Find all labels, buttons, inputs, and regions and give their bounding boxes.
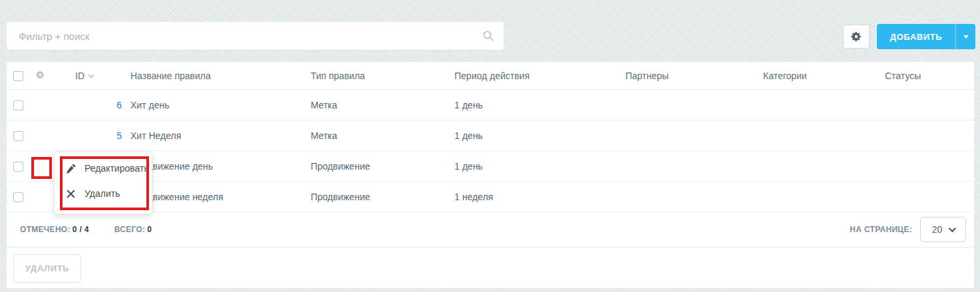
cell-period: 1 день: [446, 130, 617, 141]
column-header-type: Тип правила: [302, 71, 446, 81]
pencil-icon: [66, 164, 76, 174]
per-page-select[interactable]: 20: [920, 217, 966, 242]
delete-button[interactable]: УДАЛИТЬ: [13, 254, 81, 283]
row-context-menu: Редактировать Удалить: [54, 152, 152, 214]
add-button-label[interactable]: ДОБАВИТЬ: [877, 24, 955, 49]
row-id-link[interactable]: 5: [116, 130, 122, 141]
column-header-partners: Партнеры: [617, 71, 754, 81]
per-page-label: НА СТРАНИЦЕ:: [850, 225, 912, 234]
settings-gear-button[interactable]: [843, 25, 870, 49]
add-button[interactable]: ДОБАВИТЬ: [877, 24, 975, 49]
row-id-link[interactable]: 6: [116, 100, 122, 110]
selected-count: ОТМЕЧЕНО:0 / 4: [20, 225, 89, 234]
gear-icon: [850, 31, 862, 43]
filter-search: [7, 22, 504, 50]
cell-period: 1 день: [446, 161, 617, 172]
cell-period: 1 неделя: [446, 192, 617, 202]
column-header-period: Период действия: [446, 71, 617, 81]
header-gear[interactable]: [35, 70, 70, 82]
per-page-control: НА СТРАНИЦЕ: 20: [850, 212, 966, 247]
cell-type: Метка: [302, 100, 446, 110]
context-menu-edit-label: Редактировать: [84, 163, 149, 174]
cell-name: Хит Неделя: [122, 130, 302, 141]
table-row: 6 Хит день Метка 1 день: [7, 90, 974, 120]
column-header-id[interactable]: ID: [70, 71, 122, 81]
select-all-checkbox[interactable]: [13, 71, 23, 81]
add-button-dropdown[interactable]: [955, 24, 975, 49]
table-footer: ОТМЕЧЕНО:0 / 4 ВСЕГО:0 НА СТРАНИЦЕ: 20: [7, 212, 974, 247]
row-checkbox[interactable]: [13, 100, 23, 110]
bottom-action-bar: УДАЛИТЬ: [7, 247, 974, 286]
per-page-value: 20: [932, 224, 943, 235]
cell-type: Продвижение: [302, 161, 446, 172]
context-menu-edit[interactable]: Редактировать: [55, 156, 152, 181]
table-row: 5 Хит Неделя Метка 1 день: [7, 120, 974, 151]
row-checkbox[interactable]: [13, 162, 23, 172]
chevron-down-icon: [963, 35, 969, 39]
gear-icon: [35, 70, 45, 80]
column-header-categories: Категории: [754, 71, 876, 81]
column-header-name: Название правила: [122, 71, 302, 81]
total-count: ВСЕГО:0: [114, 225, 152, 234]
sort-chevron-icon: [88, 72, 94, 77]
cell-type: Продвижение: [302, 192, 446, 202]
search-icon: [482, 30, 494, 42]
cell-name: Хит день: [122, 100, 302, 110]
x-icon: [66, 189, 76, 199]
cell-type: Метка: [302, 130, 446, 141]
search-input[interactable]: [7, 22, 504, 50]
column-header-statuses: Статусы: [876, 71, 974, 81]
chevron-down-icon: [949, 225, 956, 232]
context-menu-delete-label: Удалить: [84, 188, 120, 199]
row-checkbox[interactable]: [13, 192, 23, 202]
cell-period: 1 день: [446, 100, 617, 110]
row-checkbox[interactable]: [13, 131, 23, 141]
context-menu-delete[interactable]: Удалить: [55, 181, 152, 206]
table-header: ID Название правила Тип правила Период д…: [7, 62, 974, 90]
